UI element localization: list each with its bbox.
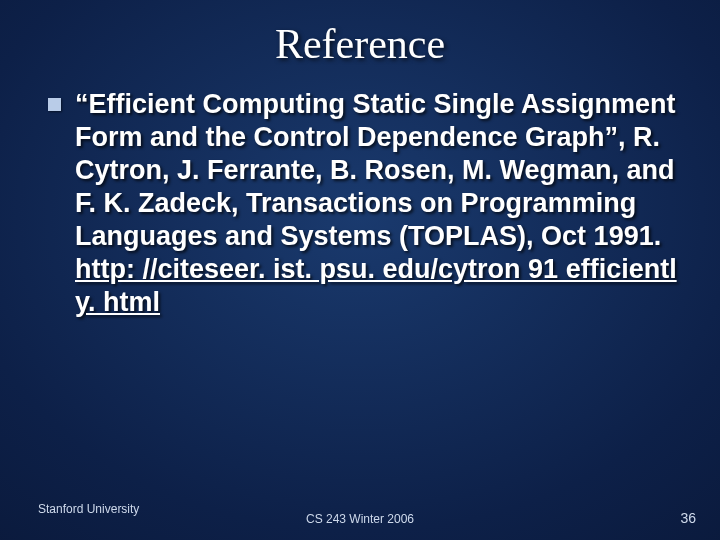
square-bullet-icon [48, 98, 61, 111]
footer-left: Stanford University [38, 502, 139, 516]
slide-title: Reference [0, 0, 720, 88]
bullet-item: “Efficient Computing Static Single Assig… [48, 88, 682, 319]
reference-link[interactable]: http: //citeseer. ist. psu. edu/cytron 9… [75, 254, 677, 317]
slide-content: “Efficient Computing Static Single Assig… [0, 88, 720, 319]
bullet-text: “Efficient Computing Static Single Assig… [75, 88, 682, 319]
reference-text: “Efficient Computing Static Single Assig… [75, 89, 676, 251]
footer-center: CS 243 Winter 2006 [306, 512, 414, 526]
footer-page-number: 36 [680, 510, 696, 526]
